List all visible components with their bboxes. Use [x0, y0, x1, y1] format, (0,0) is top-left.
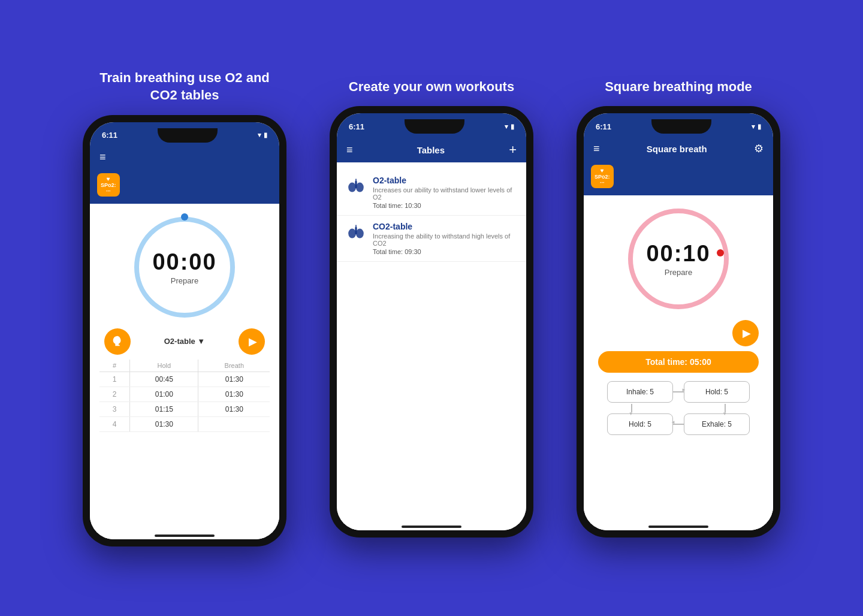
status-time-3: 6:11: [596, 122, 611, 131]
settings-button-3[interactable]: ⚙: [754, 142, 764, 155]
svg-rect-4: [355, 181, 357, 189]
status-icons-1: ▾ ▮: [258, 131, 267, 139]
phone-3: 6:11 ▾ ▮ ≡ Square breath ⚙ ♥ SPo: [577, 106, 780, 538]
card-2: Create your own workouts 6:11 ▾ ▮ ≡ Tabl…: [318, 78, 545, 538]
nav-bar-2: ≡ Tables +: [337, 137, 526, 162]
row-2-breath: 01:30: [198, 386, 270, 401]
spo2-badge-1: ♥ SPo2: ···: [97, 173, 120, 197]
o2-lung-icon: [345, 176, 367, 197]
wifi-icon-3: ▾: [752, 123, 755, 131]
home-bar-1: [155, 535, 215, 537]
notch-2: [405, 119, 464, 134]
table-selector-1[interactable]: O2-table ▼: [131, 337, 239, 346]
co2-table-time: Total time: 09:30: [373, 248, 518, 255]
status-icons-2: ▾ ▮: [505, 123, 514, 131]
o2-table-info: O2-table Increases our ability to withst…: [373, 176, 518, 209]
card-3-title: Square breathing mode: [605, 78, 752, 96]
lung-svg-2: [346, 223, 366, 242]
svg-point-3: [356, 183, 364, 192]
phone-1: 6:11 ▾ ▮ ≡ ♥ SPo2:: [83, 115, 286, 546]
row-3-hold: 01:15: [130, 401, 198, 416]
spo2-value-3: ···: [600, 180, 605, 186]
card-3: Square breathing mode 6:11 ▾ ▮ ≡ Square …: [565, 78, 792, 538]
total-time-3[interactable]: Total time: 05:00: [598, 351, 759, 373]
breathing-button-1[interactable]: [104, 328, 131, 355]
home-bar-3: [648, 526, 708, 528]
svg-point-6: [348, 229, 356, 238]
row-1-hold: 00:45: [130, 372, 198, 386]
svg-point-1: [181, 213, 188, 221]
table-row: 1 00:45 01:30: [99, 372, 270, 386]
svg-rect-5: [355, 179, 357, 182]
co2-table-info: CO2-table Increasing the ability to with…: [373, 222, 518, 255]
battery-icon-2: ▮: [511, 123, 514, 131]
main-area-1: 00:00 Prepare O2-table ▼ ▶: [90, 204, 279, 530]
status-icons-3: ▾ ▮: [752, 123, 761, 131]
play-icon-3: ▶: [743, 327, 751, 340]
screen-3-content: ♥ SPo2: ··· 00:10 Prepare: [584, 160, 773, 530]
sq-inhale: Inhale: 5: [607, 381, 673, 403]
co2-table-title: CO2-table: [373, 222, 518, 231]
status-bar-3: 6:11 ▾ ▮: [584, 113, 773, 137]
sq-hold-top: Hold: 5: [684, 381, 750, 403]
svg-point-7: [356, 229, 364, 238]
heart-icon-3: ♥: [601, 167, 604, 174]
spo2-value-1: ···: [106, 188, 111, 194]
svg-rect-9: [355, 225, 357, 228]
spo2-label-1: SPo2:: [101, 182, 116, 188]
svg-point-2: [348, 183, 356, 192]
menu-icon-2[interactable]: ≡: [346, 144, 353, 156]
timer-circle-1: 00:00 Prepare: [131, 213, 239, 321]
spo2-area-3: ♥ SPo2: ···: [584, 160, 773, 195]
status-bar-1: 6:11 ▾ ▮: [90, 122, 279, 146]
co2-table-item[interactable]: CO2-table Increasing the ability to with…: [337, 216, 526, 262]
co2-lung-icon: [345, 222, 367, 243]
sq-connector-h-top: [673, 391, 684, 392]
spo2-area-1: ♥ SPo2: ···: [90, 168, 279, 204]
menu-icon-3[interactable]: ≡: [593, 143, 600, 155]
timer-circle-3: 00:10 Prepare: [624, 205, 732, 313]
battery-icon: ▮: [264, 131, 267, 139]
o2-table-item[interactable]: O2-table Increases our ability to withst…: [337, 170, 526, 216]
tables-list: O2-table Increases our ability to withst…: [337, 162, 526, 521]
play-button-3[interactable]: ▶: [732, 320, 759, 346]
row-1-num: 1: [99, 372, 130, 386]
row-1-breath: 01:30: [198, 372, 270, 386]
screen-1-content: ♥ SPo2: ··· 00:00 Prepare: [90, 168, 279, 539]
spo2-badge-3: ♥ SPo2: ···: [591, 165, 614, 188]
col-header-num: #: [99, 360, 130, 372]
sq-row-bottom: Hold: 5 Exhale: 5: [598, 413, 759, 435]
table-1: # Hold Breath 1 00:45 01:30: [99, 360, 270, 432]
timer-time-1: 00:00: [152, 249, 216, 275]
row-2-num: 2: [99, 386, 130, 401]
row-4-breath: [198, 416, 270, 431]
sq-exhale: Exhale: 5: [684, 413, 750, 435]
play-button-1[interactable]: ▶: [239, 328, 265, 355]
svg-rect-8: [355, 227, 357, 235]
nav-bar-1: ≡: [90, 146, 279, 168]
wifi-icon-2: ▾: [505, 123, 508, 131]
home-indicator-1: [90, 530, 279, 539]
sq-row-top: Inhale: 5 Hold: 5: [598, 381, 759, 403]
home-indicator-3: [584, 521, 773, 530]
timer-display-3: 00:10 Prepare: [646, 241, 710, 277]
row-3-num: 3: [99, 401, 130, 416]
nav-bar-3: ≡ Square breath ⚙: [584, 137, 773, 160]
notch-1: [158, 128, 218, 143]
row-3-breath: 01:30: [198, 401, 270, 416]
nav-title-3: Square breath: [600, 144, 754, 154]
spo2-label-3: SPo2:: [595, 174, 610, 180]
sq-connector-h-bottom: [673, 424, 684, 425]
menu-icon-1[interactable]: ≡: [99, 151, 106, 164]
controls-3: ▶: [598, 320, 759, 346]
o2-table-title: O2-table: [373, 176, 518, 185]
sq-v-left: [631, 404, 632, 412]
phone-2: 6:11 ▾ ▮ ≡ Tables +: [330, 106, 533, 538]
add-button-2[interactable]: +: [509, 142, 517, 158]
row-2-hold: 01:00: [130, 386, 198, 401]
card-1-title: Train breathing use O2 and CO2 tables: [89, 70, 280, 104]
card-1: Train breathing use O2 and CO2 tables 6:…: [71, 70, 298, 546]
sq-connectors-v: [598, 404, 759, 412]
row-4-hold: 01:30: [130, 416, 198, 431]
home-bar-2: [402, 526, 461, 528]
